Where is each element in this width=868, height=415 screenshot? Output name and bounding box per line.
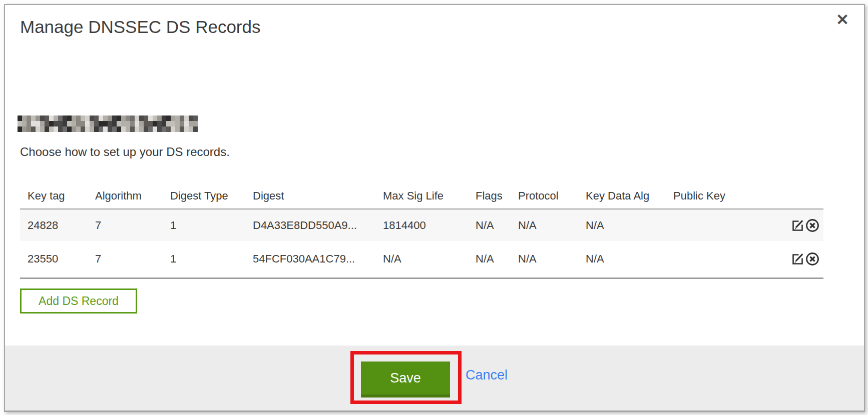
table-row: 23550 7 1 54FCF030AA1C79... N/A N/A N/A … <box>20 241 823 278</box>
table-header-row: Key tag Algorithm Digest Type Digest Max… <box>20 186 823 209</box>
cell-public-key <box>666 209 766 241</box>
ds-records-table: Key tag Algorithm Digest Type Digest Max… <box>20 186 823 279</box>
cell-max-sig-life: 1814400 <box>375 209 468 241</box>
col-header-flags: Flags <box>468 186 511 209</box>
cell-key-tag: 24828 <box>20 209 88 241</box>
table-row: 24828 7 1 D4A33E8DD550A9... 1814400 N/A … <box>20 209 823 241</box>
cell-digest: D4A33E8DD550A9... <box>245 209 375 241</box>
cell-protocol: N/A <box>511 209 578 241</box>
cell-key-data-alg: N/A <box>578 241 666 278</box>
cell-max-sig-life: N/A <box>375 241 468 278</box>
col-header-max-sig-life: Max Sig Life <box>375 186 468 209</box>
cell-actions <box>766 241 823 278</box>
dialog-footer: Save Cancel <box>5 346 864 410</box>
cell-digest: 54FCF030AA1C79... <box>245 241 375 278</box>
save-button[interactable]: Save <box>361 362 450 398</box>
cell-flags: N/A <box>468 241 511 278</box>
delete-record-icon[interactable] <box>805 218 820 233</box>
cell-flags: N/A <box>468 209 511 241</box>
col-header-key-data-alg: Key Data Alg <box>578 186 666 209</box>
cell-algorithm: 7 <box>88 209 163 241</box>
col-header-key-tag: Key tag <box>20 186 88 209</box>
cancel-link[interactable]: Cancel <box>466 368 508 383</box>
cell-algorithm: 7 <box>88 241 163 278</box>
col-header-digest-type: Digest Type <box>163 186 245 209</box>
cell-digest-type: 1 <box>163 209 245 241</box>
add-ds-record-button[interactable]: Add DS Record <box>20 288 137 314</box>
save-annotation-highlight: Save <box>350 351 462 404</box>
close-icon[interactable]: ✕ <box>836 12 849 28</box>
redacted-domain-name <box>18 116 198 132</box>
col-header-actions <box>766 186 823 209</box>
cell-public-key <box>666 241 766 278</box>
manage-dnssec-dialog: Manage DNSSEC DS Records ✕ Choose how to… <box>4 4 865 412</box>
col-header-public-key: Public Key <box>666 186 766 209</box>
col-header-protocol: Protocol <box>511 186 578 209</box>
cell-digest-type: 1 <box>163 241 245 278</box>
edit-record-icon[interactable] <box>791 252 805 266</box>
cell-key-data-alg: N/A <box>578 209 666 241</box>
edit-record-icon[interactable] <box>791 218 805 232</box>
cell-actions <box>766 209 823 241</box>
col-header-algorithm: Algorithm <box>88 186 163 209</box>
col-header-digest: Digest <box>245 186 375 209</box>
dialog-title: Manage DNSSEC DS Records <box>20 17 260 37</box>
cell-protocol: N/A <box>511 241 578 278</box>
intro-text: Choose how to set up your DS records. <box>20 145 230 159</box>
delete-record-icon[interactable] <box>805 252 820 266</box>
cell-key-tag: 23550 <box>20 241 88 278</box>
